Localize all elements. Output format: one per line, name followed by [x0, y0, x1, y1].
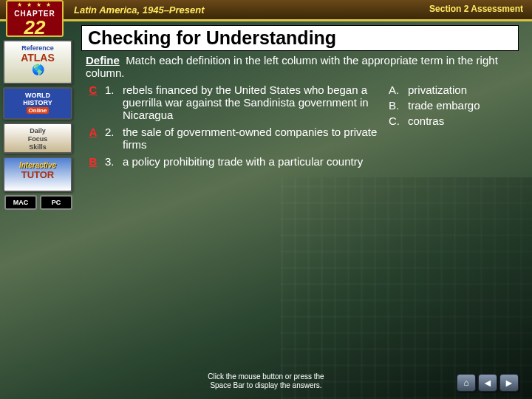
instructions: Define Match each definition in the left… — [81, 54, 519, 79]
divider — [0, 19, 532, 21]
hint-line1: Click the mouse button or press the — [0, 372, 532, 381]
tutor-line2: TUTOR — [6, 169, 69, 180]
star-deco-icon: ★ ★ ★ ★ — [7, 1, 62, 8]
chevron-right-icon: ► — [504, 377, 514, 389]
chevron-left-icon: ◄ — [482, 377, 493, 389]
atlas-ref-label: Reference — [6, 44, 69, 52]
atlas-word: ATLAS — [6, 52, 69, 64]
globe-icon: 🌎 — [6, 64, 69, 75]
option-letter: C. — [389, 115, 402, 127]
dfs-line3: Skills — [6, 143, 69, 151]
option-letter: A. — [389, 83, 402, 96]
sidebar: Reference ATLAS 🌎 WORLD HISTORY Online D… — [3, 40, 74, 210]
hint-line2: Space Bar to display the answers. — [0, 381, 532, 390]
answer-letter: C — [86, 83, 100, 121]
slide-page: Latin America, 1945–Present Section 2 As… — [0, 0, 532, 399]
platform-row: MAC PC — [3, 195, 74, 210]
section-label: Section 2 Assessment — [429, 4, 523, 14]
question-number: 1. — [105, 83, 118, 121]
who-line2: HISTORY — [6, 99, 69, 106]
define-label: Define — [86, 54, 120, 66]
footer-nav: ⌂ ◄ ► — [457, 374, 519, 392]
option-term: trade embargo — [408, 99, 480, 112]
mac-button[interactable]: MAC — [4, 195, 37, 210]
world-history-online-button[interactable]: WORLD HISTORY Online — [3, 87, 72, 120]
option-term: privatization — [408, 83, 467, 96]
question-number: 3. — [105, 155, 118, 168]
definitions-column: C 1. rebels financed by the United State… — [86, 83, 378, 172]
nav-home-button[interactable]: ⌂ — [457, 374, 476, 392]
question-row: A 2. the sale of government-owned compan… — [86, 126, 378, 151]
question-text: rebels financed by the United States who… — [123, 83, 378, 121]
top-bar: Latin America, 1945–Present Section 2 As… — [0, 0, 532, 19]
dfs-line2: Focus — [6, 135, 69, 143]
question-text: a policy prohibiting trade with a partic… — [123, 155, 378, 168]
pc-button[interactable]: PC — [40, 195, 72, 210]
daily-focus-skills-button[interactable]: Daily Focus Skills — [3, 123, 72, 154]
match-area: C 1. rebels financed by the United State… — [81, 79, 519, 172]
option-term: contras — [408, 115, 444, 127]
option-row: C. contras — [389, 115, 514, 127]
option-letter: B. — [389, 99, 402, 112]
reference-atlas-button[interactable]: Reference ATLAS 🌎 — [3, 40, 72, 84]
option-row: A. privatization — [389, 83, 514, 96]
unit-title: Latin America, 1945–Present — [74, 4, 205, 16]
dfs-line1: Daily — [6, 127, 69, 135]
chapter-badge: ★ ★ ★ ★ CHAPTER 22 — [6, 0, 64, 37]
define-text: Match each definition in the left column… — [86, 54, 498, 79]
home-icon: ⌂ — [463, 378, 468, 388]
content-title: Checking for Understanding — [81, 25, 519, 51]
interactive-tutor-button[interactable]: Interactive TUTOR — [3, 157, 72, 192]
who-line1: WORLD — [6, 92, 69, 99]
footer-hint: Click the mouse button or press the Spac… — [0, 372, 532, 390]
answer-letter: B — [86, 155, 100, 168]
answer-letter: A — [86, 126, 100, 151]
question-row: B 3. a policy prohibiting trade with a p… — [86, 155, 378, 168]
question-number: 2. — [105, 126, 118, 151]
question-row: C 1. rebels financed by the United State… — [86, 83, 378, 121]
terms-column: A. privatization B. trade embargo C. con… — [389, 83, 514, 172]
question-text: the sale of government-owned companies t… — [123, 126, 378, 151]
content-panel: Checking for Understanding Define Match … — [81, 25, 519, 356]
nav-next-button[interactable]: ► — [499, 374, 519, 392]
who-line3: Online — [27, 107, 50, 114]
nav-prev-button[interactable]: ◄ — [478, 374, 497, 392]
option-row: B. trade embargo — [389, 99, 514, 112]
tutor-line1: Interactive — [6, 161, 69, 169]
chapter-number: 22 — [7, 18, 62, 37]
